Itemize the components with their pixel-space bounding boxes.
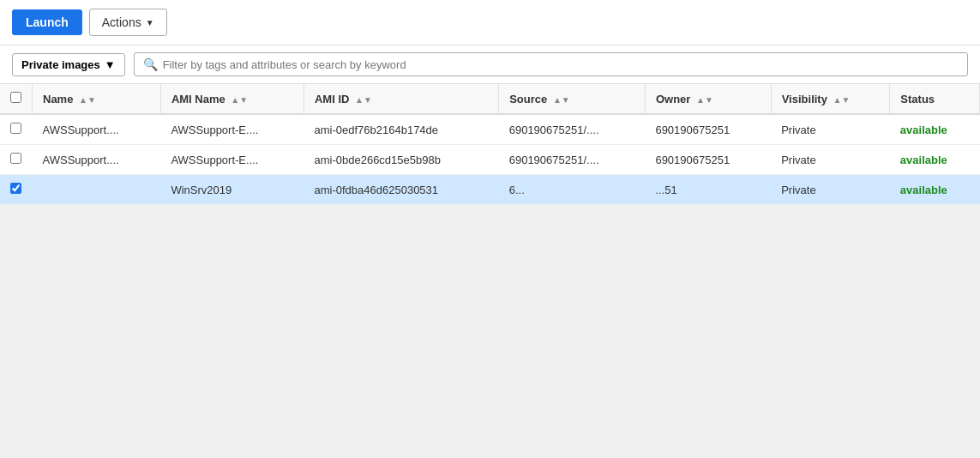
cell-name [33,175,161,205]
cell-owner: ...51 [645,175,771,205]
cell-ami-name: AWSSupport-E.... [160,145,304,175]
row-checkbox[interactable] [10,153,21,164]
cell-name: AWSSupport.... [33,114,161,145]
cell-owner: 690190675251 [645,145,771,175]
cell-source: 690190675251/.... [499,114,646,145]
sort-icon-ami-name: ▲▼ [231,95,248,105]
cell-status: available [890,145,980,175]
sort-icon-name: ▲▼ [79,95,96,105]
cell-source: 690190675251/.... [499,145,646,175]
row-checkbox[interactable] [10,123,21,134]
table-header-row: Name ▲▼ AMI Name ▲▼ AMI ID ▲▼ Source ▲▼ … [0,84,980,114]
row-checkbox-cell[interactable] [0,114,33,145]
select-all-checkbox[interactable] [10,92,21,103]
toolbar: Launch Actions ▼ [0,0,980,45]
sort-icon-ami-id: ▲▼ [355,95,372,105]
cell-visibility: Private [771,114,890,145]
cell-name: AWSSupport.... [33,145,161,175]
cell-status: available [890,175,980,205]
sort-icon-owner: ▲▼ [696,95,713,105]
search-input[interactable] [163,58,959,71]
launch-button[interactable]: Launch [12,9,82,35]
cell-ami-id: ami-0bde266cd15e5b98b [304,145,498,175]
cell-visibility: Private [771,145,890,175]
row-checkbox[interactable] [10,183,21,194]
table-row[interactable]: AWSSupport.... AWSSupport-E.... ami-0bde… [0,145,980,175]
col-header-source[interactable]: Source ▲▼ [499,84,646,114]
cell-source: 6... [499,175,646,205]
col-header-visibility[interactable]: Visibility ▲▼ [771,84,890,114]
chevron-down-icon: ▼ [146,18,154,27]
filter-bar: Private images ▼ 🔍 [0,45,980,84]
row-checkbox-cell[interactable] [0,175,33,205]
cell-owner: 690190675251 [645,114,771,145]
row-checkbox-cell[interactable] [0,145,33,175]
cell-ami-name: AWSSupport-E.... [160,114,304,145]
table-container: Name ▲▼ AMI Name ▲▼ AMI ID ▲▼ Source ▲▼ … [0,84,980,205]
col-header-owner[interactable]: Owner ▲▼ [645,84,771,114]
search-icon: 🔍 [143,57,158,71]
col-header-name[interactable]: Name ▲▼ [33,84,161,114]
col-header-ami-id[interactable]: AMI ID ▲▼ [304,84,498,114]
sort-icon-source: ▲▼ [553,95,570,105]
cell-status: available [890,114,980,145]
private-images-dropdown[interactable]: Private images ▼ [12,53,125,76]
select-all-checkbox-header[interactable] [0,84,33,114]
table-row[interactable]: AWSSupport.... AWSSupport-E.... ami-0edf… [0,114,980,145]
chevron-down-icon: ▼ [105,58,116,71]
cell-ami-id: ami-0edf76b2164b174de [304,114,498,145]
actions-label: Actions [102,15,141,29]
private-images-label: Private images [21,58,100,71]
sort-icon-visibility: ▲▼ [833,95,851,105]
search-box: 🔍 [134,52,968,76]
table-row[interactable]: WinSrv2019 ami-0fdba46d625030531 6... ..… [0,175,980,205]
cell-ami-id: ami-0fdba46d625030531 [304,175,498,205]
col-header-ami-name[interactable]: AMI Name ▲▼ [160,84,304,114]
cell-ami-name: WinSrv2019 [160,175,304,205]
ami-table: Name ▲▼ AMI Name ▲▼ AMI ID ▲▼ Source ▲▼ … [0,84,980,205]
col-header-status[interactable]: Status [890,84,980,114]
actions-button[interactable]: Actions ▼ [89,9,167,36]
cell-visibility: Private [771,175,890,205]
